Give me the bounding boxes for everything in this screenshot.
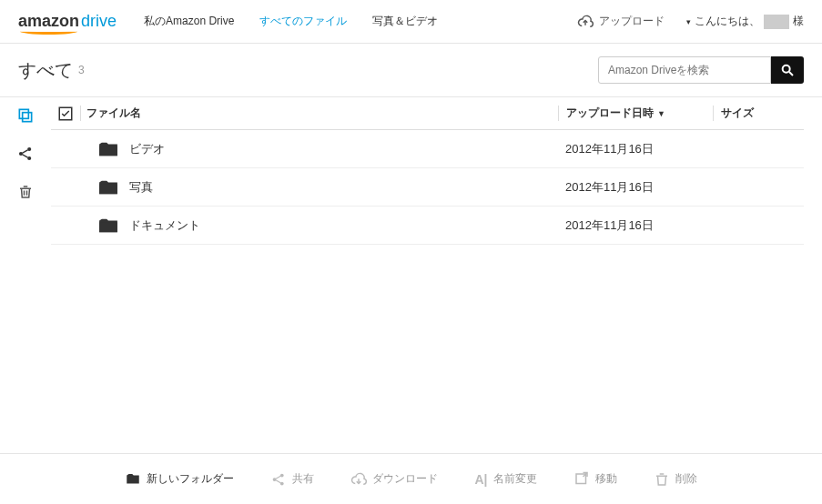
svg-line-18 <box>276 476 280 479</box>
upload-label: アップロード <box>599 14 665 29</box>
column-name[interactable]: ファイル名 <box>80 106 558 121</box>
search-input[interactable] <box>598 56 771 84</box>
download-button[interactable]: ダウンロード <box>350 471 438 488</box>
top-nav: 私のAmazon Driveすべてのファイル写真＆ビデオ <box>144 14 438 29</box>
greeting-suffix: 様 <box>793 14 804 29</box>
logo[interactable]: amazon drive <box>18 12 117 31</box>
svg-line-1 <box>789 72 793 76</box>
nav-item[interactable]: すべてのファイル <box>259 14 347 29</box>
move-icon <box>573 471 590 488</box>
item-count: 3 <box>78 64 85 76</box>
bottom-toolbar: 新しいフォルダー 共有 ダウンロード A| 名前変更 移動 削除 <box>0 453 822 504</box>
username-redacted <box>764 15 789 29</box>
svg-rect-14 <box>99 222 117 232</box>
upload-cloud-icon <box>577 14 594 30</box>
sort-desc-icon: ▼ <box>657 109 665 118</box>
delete-button[interactable]: 削除 <box>654 471 697 488</box>
svg-rect-3 <box>19 109 28 118</box>
table-header: ファイル名 アップロード日時 ▼ サイズ <box>51 97 804 130</box>
folder-icon <box>98 141 118 157</box>
file-date: 2012年11月16日 <box>558 217 713 234</box>
column-size[interactable]: サイズ <box>713 106 804 121</box>
search-icon <box>780 63 795 77</box>
rename-icon: A| <box>474 472 487 487</box>
folder-plus-icon <box>125 471 141 488</box>
trash-icon <box>654 471 670 488</box>
share-icon[interactable] <box>16 145 35 163</box>
svg-point-15 <box>273 478 277 481</box>
file-name: 写真 <box>129 179 153 196</box>
table-row[interactable]: 写真2012年11月16日 <box>51 168 804 207</box>
folder-icon <box>98 217 118 234</box>
svg-point-17 <box>280 481 284 485</box>
file-name: ドキュメント <box>129 217 200 234</box>
column-date[interactable]: アップロード日時 ▼ <box>558 106 713 121</box>
search-button[interactable] <box>771 56 804 84</box>
sidebar <box>0 97 51 450</box>
download-cloud-icon <box>350 471 367 488</box>
trash-icon[interactable] <box>16 183 35 201</box>
svg-line-8 <box>23 155 28 157</box>
svg-point-5 <box>27 147 31 151</box>
page-title: すべて <box>18 58 73 83</box>
svg-line-19 <box>276 479 280 482</box>
svg-rect-13 <box>99 184 117 194</box>
copy-icon[interactable] <box>16 106 35 125</box>
new-folder-button[interactable]: 新しいフォルダー <box>125 471 234 488</box>
svg-point-0 <box>783 66 790 73</box>
nav-item[interactable]: 私のAmazon Drive <box>144 14 234 29</box>
folder-icon <box>98 179 118 196</box>
logo-amazon-text: amazon <box>18 12 79 31</box>
logo-drive-text: drive <box>81 12 117 31</box>
svg-point-16 <box>280 473 284 477</box>
greeting-prefix: こんにちは、 <box>695 14 760 29</box>
svg-rect-12 <box>99 146 117 156</box>
svg-line-7 <box>23 150 28 153</box>
table-row[interactable]: ビデオ2012年11月16日 <box>51 130 804 168</box>
file-date: 2012年11月16日 <box>558 179 713 196</box>
share-icon <box>270 471 287 488</box>
svg-rect-2 <box>23 113 32 122</box>
file-name: ビデオ <box>129 141 165 157</box>
svg-point-4 <box>19 152 23 156</box>
select-all-icon[interactable] <box>57 106 74 122</box>
share-button[interactable]: 共有 <box>270 471 314 488</box>
upload-button[interactable]: アップロード <box>577 14 665 30</box>
nav-item[interactable]: 写真＆ビデオ <box>372 14 438 29</box>
move-button[interactable]: 移動 <box>573 471 617 488</box>
greeting[interactable]: ▾ こんにちは、 様 <box>686 14 804 29</box>
file-date: 2012年11月16日 <box>558 141 713 157</box>
rename-button[interactable]: A| 名前変更 <box>474 471 536 487</box>
table-row[interactable]: ドキュメント2012年11月16日 <box>51 207 804 245</box>
svg-point-6 <box>27 156 31 160</box>
